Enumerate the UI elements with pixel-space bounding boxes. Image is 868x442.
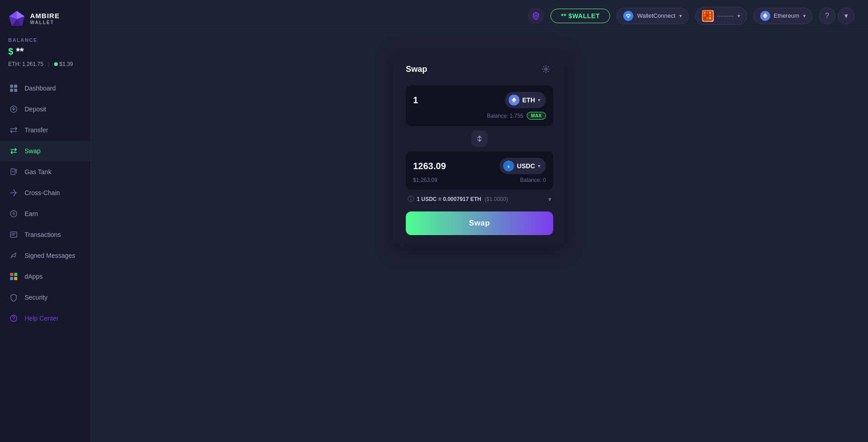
- security-icon: [9, 293, 18, 302]
- main: ** $WALLET WalletConnect ▾: [91, 0, 868, 442]
- svg-rect-8: [10, 89, 13, 92]
- sidebar-item-cross-chain[interactable]: Cross-Chain: [0, 183, 91, 203]
- sidebar-item-earn[interactable]: Earn: [0, 204, 91, 224]
- svg-rect-22: [704, 12, 706, 14]
- usdc-token-icon: $: [503, 161, 514, 171]
- rate-info: ⓘ 1 USDC = 0.0007917 ETH ($1.0000): [408, 195, 508, 203]
- earn-icon: [9, 209, 18, 218]
- sidebar-item-dashboard[interactable]: Dashboard: [0, 78, 91, 98]
- eth-token-icon: [509, 95, 520, 105]
- svg-rect-6: [10, 85, 13, 88]
- gas-dot-icon: [54, 62, 58, 66]
- sidebar-item-transfer[interactable]: Transfer: [0, 120, 91, 140]
- sidebar-item-swap[interactable]: Swap: [0, 141, 91, 161]
- gas-tank-icon: [9, 167, 18, 176]
- swap-to-group: $ USDC ▾ $1,263.09 Balance: 0: [406, 151, 553, 190]
- usdc-token-selector[interactable]: $ USDC ▾: [500, 158, 546, 174]
- sidebar-item-help-center[interactable]: Help Center: [0, 308, 91, 328]
- sidebar-label-dashboard: Dashboard: [25, 85, 56, 92]
- sidebar-label-help-center: Help Center: [25, 315, 59, 322]
- walletconnect-chevron-icon: ▾: [679, 13, 682, 19]
- swap-direction-container: [406, 126, 553, 151]
- account-chevron-icon: ▾: [737, 13, 740, 19]
- walletconnect-icon: [623, 11, 633, 21]
- signed-messages-icon: [9, 251, 18, 260]
- balance-section: BALANCE $ ** ETH: 1,261.75 | $1.39: [0, 37, 91, 75]
- sidebar-item-transactions[interactable]: Transactions: [0, 225, 91, 245]
- topbar: ** $WALLET WalletConnect ▾: [91, 0, 868, 32]
- svg-rect-13: [10, 232, 17, 237]
- swap-direction-button[interactable]: [471, 131, 488, 147]
- dapps-icon: [9, 272, 18, 281]
- svg-point-19: [13, 320, 14, 321]
- sidebar-item-signed-messages[interactable]: Signed Messages: [0, 246, 91, 266]
- swap-usd-row: $1,263.09 Balance: 0: [413, 177, 546, 183]
- wallet-connect-chip[interactable]: WalletConnect ▾: [616, 8, 688, 24]
- swap-from-group: ETH ▾ Balance: 1.755 MAX: [406, 85, 553, 126]
- from-balance-text: Balance: 1.755: [487, 113, 523, 119]
- dashboard-icon: [9, 84, 18, 93]
- gas-value: $1.39: [54, 61, 73, 67]
- swap-submit-button[interactable]: Swap: [406, 211, 553, 235]
- rate-info-icon: ⓘ: [408, 195, 414, 203]
- logo-icon: [8, 10, 25, 27]
- more-options-button[interactable]: ▾: [838, 8, 854, 24]
- balance-stars: **: [16, 45, 24, 57]
- walletconnect-label: WalletConnect: [637, 12, 675, 19]
- sidebar-label-signed-messages: Signed Messages: [25, 252, 75, 259]
- sidebar-label-swap: Swap: [25, 147, 40, 155]
- svg-rect-24: [709, 12, 711, 14]
- svg-text:$: $: [508, 165, 510, 169]
- network-label: Ethereum: [774, 12, 799, 19]
- to-usd-value: $1,263.09: [413, 177, 437, 183]
- eth-token-label: ETH: [522, 96, 535, 104]
- sidebar-label-dapps: dApps: [25, 273, 43, 280]
- sidebar-label-cross-chain: Cross-Chain: [25, 189, 60, 196]
- eth-token-chevron-icon: ▾: [538, 97, 540, 103]
- help-button[interactable]: ?: [819, 8, 835, 24]
- swap-settings-button[interactable]: [539, 62, 553, 76]
- svg-rect-17: [14, 277, 17, 280]
- wallet-button[interactable]: ** $WALLET: [550, 9, 610, 23]
- svg-rect-26: [707, 15, 708, 16]
- balance-amount: $ **: [8, 45, 82, 57]
- swap-to-input[interactable]: [413, 161, 495, 171]
- sidebar-item-security[interactable]: Security: [0, 287, 91, 307]
- sidebar-item-dapps[interactable]: dApps: [0, 266, 91, 286]
- network-chip[interactable]: Ethereum ▾: [753, 8, 812, 24]
- svg-rect-15: [14, 273, 17, 276]
- transfer-icon: [9, 126, 18, 135]
- sidebar-label-deposit: Deposit: [25, 105, 46, 113]
- eth-token-selector[interactable]: ETH ▾: [505, 92, 546, 108]
- sidebar-item-deposit[interactable]: Deposit: [0, 99, 91, 119]
- dollar-icon: $: [8, 46, 13, 57]
- avatar-icon: [702, 10, 714, 22]
- svg-rect-30: [709, 17, 711, 19]
- transactions-icon: [9, 230, 18, 239]
- sidebar-label-security: Security: [25, 294, 48, 301]
- deposit-icon: [9, 105, 18, 114]
- sidebar-nav: Dashboard Deposit Transfer: [0, 75, 91, 442]
- swap-from-input[interactable]: [413, 95, 500, 105]
- rate-chevron-icon[interactable]: ▾: [548, 196, 551, 203]
- account-chip[interactable]: ·········· ▾: [695, 7, 747, 25]
- svg-rect-9: [14, 89, 17, 92]
- shield-button[interactable]: [528, 8, 544, 24]
- svg-rect-23: [707, 12, 708, 14]
- swap-from-row: ETH ▾: [413, 92, 546, 108]
- swap-card-title: Swap: [406, 65, 427, 74]
- swap-to-row: $ USDC ▾: [413, 158, 546, 174]
- swap-from-balance-row: Balance: 1.755 MAX: [413, 112, 546, 120]
- logo-text: AMBIRE WALLET: [30, 12, 60, 25]
- svg-rect-25: [704, 15, 706, 16]
- swap-card: Swap: [393, 50, 566, 247]
- sidebar-label-earn: Earn: [25, 210, 38, 217]
- to-balance-text: Balance: 0: [520, 177, 546, 183]
- eth-value: ETH: 1,261.75: [8, 61, 43, 67]
- svg-rect-14: [10, 273, 13, 276]
- usdc-token-chevron-icon: ▾: [538, 163, 540, 169]
- max-button[interactable]: MAX: [527, 112, 546, 120]
- sidebar-item-gas-tank[interactable]: Gas Tank: [0, 162, 91, 182]
- logo[interactable]: AMBIRE WALLET: [0, 0, 91, 37]
- rate-text: 1 USDC = 0.0007917 ETH ($1.0000): [417, 196, 508, 202]
